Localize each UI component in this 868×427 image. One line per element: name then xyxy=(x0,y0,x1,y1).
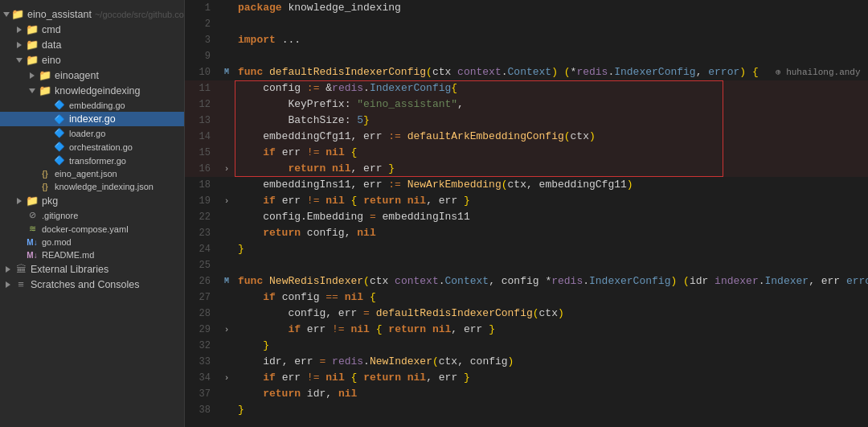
line-gutter-16: › xyxy=(219,161,235,177)
line-content-3: import ... xyxy=(235,32,868,48)
line-num-11: 11 xyxy=(185,80,219,96)
code-line-19: 19 › if err != nil { return nil, err } xyxy=(185,193,868,209)
ki-arrow xyxy=(27,86,39,95)
trans-icon: 🔷 xyxy=(53,155,66,166)
line-content-22: config.Embedding = embeddingIns11 xyxy=(235,209,868,225)
eino-arrow xyxy=(14,55,26,64)
code-content[interactable]: 1 package knowledge_indexing 2 3 import … xyxy=(185,0,868,427)
line-num-18: 18 xyxy=(185,177,219,193)
line-gutter-29: › xyxy=(219,322,235,338)
code-line-33: 33 idr, err = redis.NewIndexer(ctx, conf… xyxy=(185,354,868,370)
line-gutter-10: M xyxy=(219,64,235,80)
line-content-34: if err != nil { return nil, err } xyxy=(235,370,868,386)
sidebar-item-extlibs[interactable]: 🏛 External Libraries xyxy=(0,261,184,277)
sidebar-item-embedding[interactable]: 🔷 embedding.go xyxy=(0,98,184,112)
line-content-33: idr, err = redis.NewIndexer(ctx, config) xyxy=(235,354,868,370)
eino-label: eino xyxy=(42,55,61,66)
sidebar-item-loader[interactable]: 🔷 loader.go xyxy=(0,126,184,140)
scratches-icon: ≡ xyxy=(14,278,27,290)
pkg-arrow xyxy=(14,196,26,205)
code-line-23: 23 return config, nil xyxy=(185,225,868,241)
file-tree[interactable]: 📁 eino_assistant ~/gocode/src/github.com… xyxy=(0,0,185,427)
code-line-16: 16 › return nil, err } xyxy=(185,161,868,177)
line-num-16: 16 xyxy=(185,161,219,177)
cmd-arrow xyxy=(14,25,26,34)
line-num-15: 15 xyxy=(185,145,219,161)
line-num-37: 37 xyxy=(185,386,219,402)
line-content-23: return config, nil xyxy=(235,225,868,241)
root-path: ~/gocode/src/github.com/cl xyxy=(95,10,185,19)
sidebar-item-eino[interactable]: 📁 eino xyxy=(0,52,184,68)
line-gutter-19: › xyxy=(219,193,235,209)
sidebar-item-einoagentjson[interactable]: {} eino_agent.json xyxy=(0,167,184,180)
code-line-27: 27 if config == nil { xyxy=(185,289,868,306)
code-line-15: 15 if err != nil { xyxy=(185,145,868,161)
sidebar-item-scratches[interactable]: ≡ Scratches and Consoles xyxy=(0,277,184,292)
line-content-32: } xyxy=(235,338,868,354)
cmd-folder-icon: 📁 xyxy=(26,23,39,35)
sidebar-item-readme[interactable]: M↓ README.md xyxy=(0,248,184,261)
line-content-26: func NewRedisIndexer(ctx context.Context… xyxy=(235,273,868,289)
eaj-icon: {} xyxy=(39,169,51,179)
sidebar-item-knowledgeindexing[interactable]: 📁 knowledgeindexing xyxy=(0,83,184,98)
extlibs-label: External Libraries xyxy=(31,264,108,275)
git-icon: ⊘ xyxy=(26,210,39,220)
line-num-23: 23 xyxy=(185,225,219,241)
line-content-38: } xyxy=(235,402,868,418)
line-num-38: 38 xyxy=(185,402,219,418)
line-num-29: 29 xyxy=(185,322,219,338)
embedding-icon: 🔷 xyxy=(53,100,66,110)
line-num-12: 12 xyxy=(185,96,219,113)
sidebar-item-kijson[interactable]: {} knowledge_indexing.json xyxy=(0,180,184,193)
code-line-12: 12 KeyPrefix: "eino_assistant", xyxy=(185,96,868,113)
code-line-37: 37 return idr, nil xyxy=(185,386,868,402)
sidebar-item-pkg[interactable]: 📁 pkg xyxy=(0,193,184,208)
trans-label: transformer.go xyxy=(69,156,126,166)
orch-icon: 🔷 xyxy=(53,142,66,152)
line-content-16: return nil, err } xyxy=(235,161,868,177)
code-line-34: 34 › if err != nil { return nil, err } xyxy=(185,370,868,386)
root-folder[interactable]: 📁 eino_assistant ~/gocode/src/github.com… xyxy=(0,6,184,22)
scratches-label: Scratches and Consoles xyxy=(31,279,140,290)
indexer-icon: 🔷 xyxy=(53,114,66,125)
code-line-9: 9 xyxy=(185,48,868,64)
extlibs-arrow xyxy=(3,265,14,273)
code-line-25: 25 xyxy=(185,257,868,273)
sidebar-item-indexer[interactable]: 🔷 indexer.go xyxy=(0,112,184,126)
line-content-15: if err != nil { xyxy=(235,145,868,161)
sidebar-item-orchestration[interactable]: 🔷 orchestration.go xyxy=(0,140,184,154)
code-line-11: 11 config := &redis.IndexerConfig{ xyxy=(185,80,868,96)
line-content-11: config := &redis.IndexerConfig{ xyxy=(235,80,868,96)
sidebar-item-gitignore[interactable]: ⊘ .gitignore xyxy=(0,208,184,222)
line-num-9: 9 xyxy=(185,48,219,64)
line-content-10: func defaultRedisIndexerConfig(ctx conte… xyxy=(235,64,868,80)
code-line-14: 14 embeddingCfg11, err := defaultArkEmbe… xyxy=(185,129,868,145)
line-num-28: 28 xyxy=(185,306,219,322)
code-line-29: 29 › if err != nil { return nil, err } xyxy=(185,322,868,338)
sidebar-item-cmd[interactable]: 📁 cmd xyxy=(0,22,184,37)
sidebar-item-gomod[interactable]: M↓ go.mod xyxy=(0,236,184,248)
code-line-3: 3 import ... xyxy=(185,32,868,48)
line-content-1: package knowledge_indexing xyxy=(235,0,868,16)
line-num-22: 22 xyxy=(185,209,219,225)
scratches-arrow xyxy=(3,280,14,289)
code-line-38: 38 } xyxy=(185,402,868,418)
sidebar-item-data[interactable]: 📁 data xyxy=(0,37,184,52)
line-gutter-34: › xyxy=(219,370,235,386)
code-line-10: 10 M func defaultRedisIndexerConfig(ctx … xyxy=(185,64,868,80)
pkg-folder-icon: 📁 xyxy=(26,195,39,207)
line-num-13: 13 xyxy=(185,113,219,129)
cmd-label: cmd xyxy=(42,24,61,35)
sidebar-item-docker[interactable]: ≋ docker-compose.yaml xyxy=(0,222,184,236)
loader-label: loader.go xyxy=(69,129,105,138)
code-line-28: 28 config, err = defaultRedisIndexerConf… xyxy=(185,306,868,322)
line-content-12: KeyPrefix: "eino_assistant", xyxy=(235,96,868,113)
readme-icon: M↓ xyxy=(26,251,39,260)
root-folder-icon: 📁 xyxy=(11,8,24,20)
readme-label: README.md xyxy=(42,250,94,260)
code-line-32: 32 } xyxy=(185,338,868,354)
loader-icon: 🔷 xyxy=(53,128,66,138)
sidebar-item-einoagent[interactable]: 📁 einoagent xyxy=(0,68,184,83)
line-num-2: 2 xyxy=(185,16,219,32)
sidebar-item-transformer[interactable]: 🔷 transformer.go xyxy=(0,154,184,167)
